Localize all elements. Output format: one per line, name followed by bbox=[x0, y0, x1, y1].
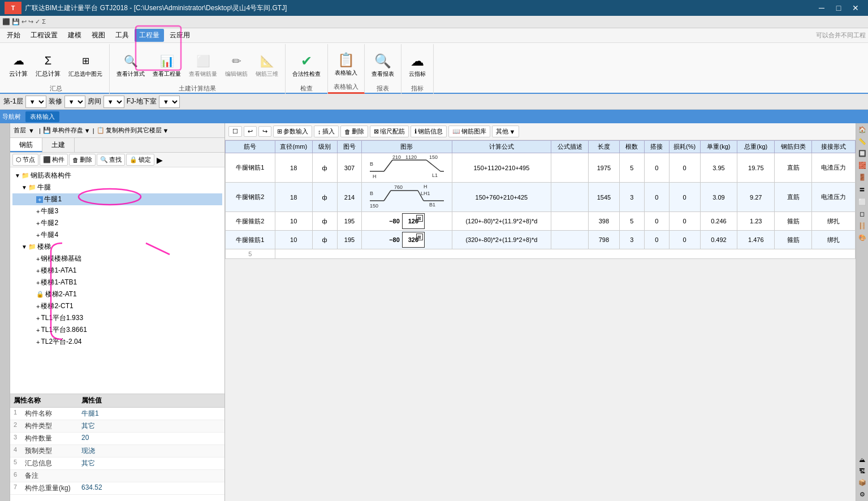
cell-roots-2[interactable]: 3 bbox=[619, 183, 644, 212]
menu-settings[interactable]: 工程设置 bbox=[26, 29, 62, 42]
expand-stairs-icon[interactable]: ▼ bbox=[20, 244, 28, 250]
param-input-btn[interactable]: ⊞ 参数输入 bbox=[273, 126, 312, 137]
tree-item-cattle1[interactable]: + 牛腿1 bbox=[12, 193, 222, 205]
cell-overlap-4[interactable]: 0 bbox=[644, 231, 669, 249]
cell-unitw-1[interactable]: 3.95 bbox=[700, 153, 737, 183]
expand-icon[interactable]: ▼ bbox=[14, 172, 21, 179]
table-row[interactable]: 牛腿箍筋1 10 ф 195 −80 320 ⊠ bbox=[226, 231, 856, 249]
cell-cat-4[interactable]: 箍筋 bbox=[775, 231, 812, 249]
cell-grade-1[interactable]: ф bbox=[312, 153, 337, 183]
floor-select[interactable]: ▼ bbox=[25, 96, 46, 108]
rebar-library-btn[interactable]: 📖 钢筋图库 bbox=[448, 126, 490, 137]
cell-length-3[interactable]: 398 bbox=[589, 212, 620, 231]
legal-check-button[interactable]: ✔ 合法性检查 bbox=[289, 50, 324, 80]
cell-grade-4[interactable]: ф bbox=[312, 231, 337, 249]
cell-length-4[interactable]: 798 bbox=[589, 231, 620, 249]
tree-item-stair1-atb1[interactable]: + 楼梯1-ATB1 bbox=[12, 277, 222, 288]
sidebar-beam-icon[interactable]: 〓 bbox=[857, 184, 867, 196]
tab-civil[interactable]: 土建 bbox=[42, 138, 75, 152]
sidebar-axis-icon[interactable]: 📏 bbox=[857, 136, 868, 147]
cloud-calc-button[interactable]: ☁ 云计算 bbox=[6, 50, 31, 80]
sum-select-button[interactable]: ⊞ 汇总选中图元 bbox=[65, 50, 106, 80]
maximize-button[interactable]: □ bbox=[831, 2, 847, 14]
cell-tuhao-3[interactable]: 195 bbox=[337, 212, 362, 231]
rebar-3d-button[interactable]: 📐 钢筋三维 bbox=[252, 50, 282, 80]
cell-totalw-2[interactable]: 9.27 bbox=[737, 183, 775, 212]
table-row[interactable]: 牛腿钢筋1 18 ф 307 bbox=[226, 153, 856, 183]
sum-calc-button[interactable]: Σ 汇总计算 bbox=[32, 50, 64, 80]
tree-item-stair2-ct1[interactable]: + 楼梯2-CT1 bbox=[12, 300, 222, 312]
close-button[interactable]: ✕ bbox=[848, 2, 863, 14]
sidebar-stair-icon[interactable]: 🪜 bbox=[857, 221, 868, 231]
sidebar-custom-icon[interactable]: ⚙ bbox=[858, 489, 867, 500]
tree-item-stair2-at1[interactable]: 🔒 楼梯2-AT1 bbox=[12, 288, 222, 300]
cell-jinhao-4[interactable]: 牛腿箍筋1 bbox=[226, 231, 275, 249]
cell-overlap-2[interactable]: 0 bbox=[644, 183, 669, 212]
tree-item-tl2-204[interactable]: + TL2平台-2.04 bbox=[12, 336, 222, 348]
cell-join-1[interactable]: 电渣压力 bbox=[812, 153, 856, 183]
tab-rebar[interactable]: 钢筋 bbox=[10, 138, 42, 152]
edit-rebar-button[interactable]: ✏ 编辑钢筋 bbox=[222, 50, 251, 80]
sidebar-home-icon[interactable]: 🏠 bbox=[857, 124, 868, 135]
floor-dropdown[interactable]: ▼ bbox=[28, 127, 34, 134]
other-dropdown[interactable]: ▼ bbox=[509, 128, 516, 135]
insert-btn[interactable]: ↕ 插入 bbox=[314, 126, 339, 137]
cell-desc-3[interactable] bbox=[551, 212, 589, 231]
cell-desc-1[interactable] bbox=[551, 153, 589, 183]
menu-quantity[interactable]: 工程量 bbox=[135, 29, 164, 42]
tree-item-tl1-3861[interactable]: + TL1平台3.8661 bbox=[12, 324, 222, 336]
other-btn[interactable]: 其他 ▼ bbox=[492, 126, 520, 137]
cell-length-1[interactable]: 1975 bbox=[589, 153, 620, 183]
minimize-button[interactable]: ─ bbox=[814, 2, 830, 14]
cell-cat-1[interactable]: 直筋 bbox=[775, 153, 812, 183]
cell-join-2[interactable]: 电渣压力 bbox=[812, 183, 856, 212]
expand-cattle-icon[interactable]: ▼ bbox=[20, 184, 28, 191]
tree-item-root[interactable]: ▼ 📁 钢筋表格构件 bbox=[12, 170, 222, 182]
menu-start[interactable]: 开始 bbox=[2, 29, 25, 42]
cell-formula-4[interactable]: (320+-80)*2+(11.9*2+8)*d bbox=[452, 231, 551, 249]
cell-formula-2[interactable]: 150+760+210+425 bbox=[452, 183, 551, 212]
type-select[interactable]: ▼ bbox=[159, 96, 180, 108]
cloud-index-button[interactable]: ☁ 云指标 bbox=[405, 50, 430, 80]
rebar-info-btn[interactable]: ℹ 钢筋信息 bbox=[411, 126, 447, 137]
sidebar-hollow-icon[interactable]: ◻ bbox=[858, 209, 866, 219]
table-row[interactable]: 牛腿箍筋2 10 ф 195 −80 120 ⊠ bbox=[226, 212, 856, 231]
cell-loss-3[interactable]: 0 bbox=[669, 212, 700, 231]
cell-totalw-4[interactable]: 1.476 bbox=[737, 231, 775, 249]
table-row[interactable]: 牛腿钢筋2 18 ф 214 bbox=[226, 183, 856, 212]
table-input-button[interactable]: 📋 表格输入 bbox=[331, 49, 361, 79]
scale-btn[interactable]: ⊠ 缩尺配筋 bbox=[370, 126, 409, 137]
single-save-button[interactable]: 💾 单构件存盘 ▼ bbox=[43, 126, 90, 135]
cell-diam-4[interactable]: 10 bbox=[275, 231, 312, 249]
tree-item-cattle[interactable]: ▼ 📁 牛腿 bbox=[12, 182, 222, 193]
save-dropdown-icon[interactable]: ▼ bbox=[84, 127, 90, 134]
cell-desc-2[interactable] bbox=[551, 183, 589, 212]
cell-desc-4[interactable] bbox=[551, 231, 589, 249]
undo-btn[interactable]: ↩ bbox=[244, 126, 257, 137]
tree-find-btn[interactable]: 🔍 查找 bbox=[97, 154, 125, 166]
tree-item-tl1-933[interactable]: + TL1平台1.933 bbox=[12, 312, 222, 324]
tree-item-stairs[interactable]: ▼ 📁 楼梯 bbox=[12, 241, 222, 253]
cell-roots-4[interactable]: 3 bbox=[619, 231, 644, 249]
copy-component-button[interactable]: 📋 复制构件到其它楼层 ▼ bbox=[97, 126, 169, 135]
cell-roots-3[interactable]: 5 bbox=[619, 212, 644, 231]
cell-grade-2[interactable]: ф bbox=[312, 183, 337, 212]
cell-unitw-3[interactable]: 0.246 bbox=[700, 212, 737, 231]
sidebar-wall-icon[interactable]: 🧱 bbox=[857, 160, 868, 171]
menu-model[interactable]: 建模 bbox=[63, 29, 86, 42]
redo-btn[interactable]: ↪ bbox=[258, 126, 271, 137]
menu-tools[interactable]: 工具 bbox=[111, 29, 133, 42]
tree-lock-btn[interactable]: 🔒 锁定 bbox=[126, 154, 154, 166]
view-rebar-button[interactable]: ⬜ 查看钢筋量 bbox=[185, 50, 221, 80]
tree-component-btn[interactable]: ⬛ 构件 bbox=[40, 154, 68, 166]
checkbox-all[interactable]: ☐ bbox=[228, 126, 242, 137]
tree-item-stair1-ata1[interactable]: + 楼梯1-ATA1 bbox=[12, 265, 222, 277]
cell-jinhao-3[interactable]: 牛腿箍筋2 bbox=[226, 212, 275, 231]
cell-length-2[interactable]: 1545 bbox=[589, 183, 620, 212]
tree-item-cattle3[interactable]: + 牛腿3 bbox=[12, 205, 222, 217]
sidebar-other-icon[interactable]: 📦 bbox=[857, 477, 868, 488]
sidebar-foundation-icon[interactable]: 🏗 bbox=[857, 466, 867, 476]
cell-overlap-1[interactable]: 0 bbox=[644, 153, 669, 183]
cell-unitw-4[interactable]: 0.492 bbox=[700, 231, 737, 249]
panel-header-tab[interactable]: 表格输入 bbox=[25, 111, 59, 122]
